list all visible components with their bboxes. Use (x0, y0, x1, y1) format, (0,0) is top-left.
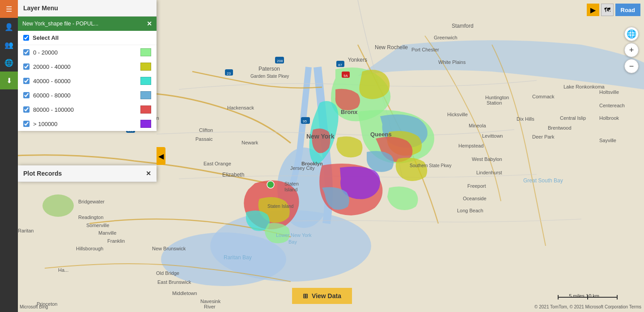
svg-text:Commack: Commack (532, 94, 555, 99)
legend-checkbox-0[interactable] (23, 49, 30, 55)
svg-text:Hicksville: Hicksville (447, 112, 468, 117)
svg-text:Old Bridge: Old Bridge (156, 270, 179, 276)
legend-checkbox-2[interactable] (23, 78, 30, 84)
svg-text:Garden State Pkwy: Garden State Pkwy (250, 74, 289, 79)
legend-label-4: 80000 - 100000 (33, 106, 74, 113)
svg-text:Raritan: Raritan (18, 228, 34, 233)
bing-text: Microsoft Bing (20, 304, 48, 309)
svg-text:Franklin: Franklin (107, 238, 125, 244)
svg-text:Clifton: Clifton (199, 127, 213, 133)
svg-text:Somerville: Somerville (86, 223, 109, 228)
legend-color-4 (140, 105, 151, 114)
legend-item: 60000 - 80000 (18, 88, 157, 102)
legend-checkbox-1[interactable] (23, 63, 30, 70)
svg-text:Staten: Staten (284, 181, 299, 186)
plus-icon: + (629, 46, 634, 55)
svg-text:Navesink: Navesink (200, 299, 221, 304)
legend-checkbox-3[interactable] (23, 92, 30, 98)
svg-text:Jersey City: Jersey City (290, 165, 315, 171)
legend-color-5 (140, 120, 151, 128)
layer-item-title: New York_shape file - POPUL... (22, 21, 98, 27)
svg-text:87: 87 (338, 63, 342, 67)
expand-arrow-icon: ▶ (590, 6, 596, 14)
top-right-controls: ▶ 🗺 Road (587, 4, 641, 16)
globe-control-button[interactable]: 🌐 (624, 27, 639, 41)
svg-text:Ha...: Ha... (58, 267, 68, 273)
svg-text:Huntington: Huntington (485, 95, 509, 100)
layer-item-close-button[interactable]: ✕ (147, 20, 152, 27)
legend-checkbox-5[interactable] (23, 121, 30, 127)
road-view-button[interactable]: Road (615, 4, 641, 16)
ms-bing-label: Microsoft Bing (20, 304, 48, 309)
svg-text:Hillsborough: Hillsborough (76, 246, 103, 251)
svg-text:Long Beach: Long Beach (457, 208, 483, 213)
sidebar-icon-group[interactable]: 👥 (0, 36, 18, 54)
svg-text:East Orange: East Orange (203, 161, 231, 166)
svg-text:Middletown: Middletown (172, 291, 197, 296)
map-type-icon[interactable]: 🗺 (601, 4, 614, 16)
sidebar-icon-person[interactable]: 👤 (0, 18, 18, 36)
legend-label-5: > 100000 (33, 121, 58, 127)
svg-text:Manville: Manville (98, 230, 116, 236)
svg-text:Queens: Queens (370, 131, 392, 138)
svg-text:Bridgewater: Bridgewater (78, 199, 105, 204)
legend-item: > 100000 (18, 117, 157, 131)
svg-text:Lindenhurst: Lindenhurst (476, 170, 502, 175)
svg-text:95: 95 (303, 119, 307, 123)
right-controls: 🌐 + − (624, 27, 639, 73)
select-all-row: Select All (18, 31, 157, 45)
minus-icon: − (629, 62, 634, 71)
svg-text:Staten Island: Staten Island (267, 204, 293, 209)
legend-item: 20000 - 40000 (18, 59, 157, 74)
plot-records-close-button[interactable]: ✕ (146, 170, 151, 177)
expand-button[interactable]: ▶ (587, 4, 599, 16)
legend-color-0 (140, 48, 151, 56)
svg-text:Mineola: Mineola (469, 123, 486, 128)
svg-text:Bay: Bay (288, 239, 297, 245)
table-icon: ⊞ (303, 292, 308, 299)
sidebar-icon-globe[interactable]: 🌐 (0, 54, 18, 72)
zoom-in-button[interactable]: + (624, 43, 639, 57)
svg-text:Holtsville: Holtsville (599, 89, 619, 95)
download-icon: ⬇ (6, 76, 12, 85)
svg-text:Island: Island (284, 187, 297, 192)
sidebar-icon-download[interactable]: ⬇ (0, 72, 18, 89)
legend-item: 0 - 20000 (18, 45, 157, 59)
scale-label: 5 miles 10 km (569, 293, 599, 299)
svg-text:Paterson: Paterson (258, 66, 280, 72)
svg-text:Dix Hills: Dix Hills (517, 116, 534, 122)
scale-bar: 5 miles 10 km (569, 293, 599, 299)
layer-menu-title: Layer Menu (23, 4, 58, 12)
globe-control-icon: 🌐 (627, 29, 636, 39)
sidebar-icon-menu[interactable]: ☰ (0, 0, 18, 18)
plot-records-title: Plot Records (23, 170, 62, 177)
svg-text:Bronx: Bronx (341, 109, 358, 115)
svg-text:9A: 9A (343, 74, 348, 78)
svg-text:Readington: Readington (78, 215, 103, 220)
view-data-label: View Data (312, 292, 341, 299)
svg-text:Yonkers: Yonkers (348, 57, 367, 63)
legend-items: 0 - 2000020000 - 4000040000 - 6000060000… (18, 45, 157, 131)
svg-text:Station: Station (487, 100, 502, 105)
view-data-button[interactable]: ⊞ View Data (292, 288, 352, 304)
globe-map-icon: 🌐 (4, 59, 13, 67)
svg-text:Passaic: Passaic (195, 136, 213, 142)
map-grid-icon: 🗺 (604, 6, 610, 13)
legend-checkbox-4[interactable] (23, 106, 30, 113)
menu-icon: ☰ (6, 5, 12, 13)
svg-text:Greenwich: Greenwich (434, 35, 458, 40)
legend-label-0: 0 - 20000 (33, 49, 58, 56)
legend-label-2: 40000 - 60000 (33, 78, 71, 84)
legend-item: 80000 - 100000 (18, 102, 157, 117)
select-all-label: Select All (33, 34, 59, 41)
collapse-button[interactable]: ◀ (157, 147, 165, 165)
zoom-out-button[interactable]: − (624, 59, 639, 73)
collapse-arrow-icon: ◀ (158, 152, 164, 160)
svg-text:New Rochelle: New Rochelle (375, 44, 408, 51)
svg-text:23: 23 (227, 72, 231, 76)
layer-menu-panel: Layer Menu New York_shape file - POPUL..… (18, 0, 157, 131)
select-all-checkbox[interactable] (23, 35, 29, 41)
plot-records-panel: Plot Records ✕ (18, 165, 157, 182)
user-group-icon: 👥 (4, 41, 13, 49)
svg-text:Freeport: Freeport (467, 183, 486, 189)
